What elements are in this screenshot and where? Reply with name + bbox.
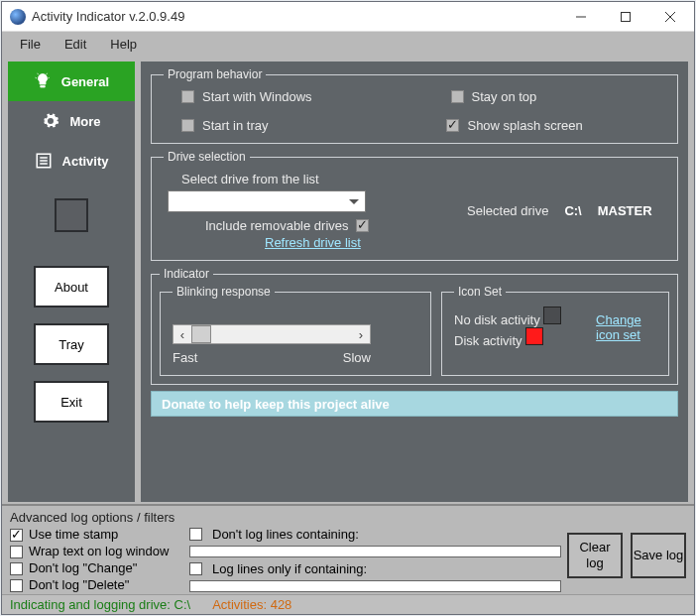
nav-activity[interactable]: Activity — [8, 141, 135, 181]
select-drive-label: Select drive from the list — [164, 172, 319, 186]
only-if-containing-input[interactable] — [189, 580, 561, 592]
lightbulb-icon — [34, 72, 52, 90]
checkbox-checked-icon — [10, 529, 23, 542]
start-with-windows-option[interactable]: Start with Windows — [181, 89, 312, 104]
status-indicating: Indicating and logging drive: C:\ — [10, 597, 190, 612]
slider-fast-label: Fast — [173, 350, 197, 365]
nav-more[interactable]: More — [8, 101, 135, 141]
include-removable-option[interactable]: Include removable drives — [205, 218, 377, 233]
drive-select[interactable] — [168, 190, 366, 212]
blinking-response-group: Blinking response ‹ › Fast Slow — [160, 285, 431, 376]
menu-bar: File Edit Help — [2, 32, 694, 56]
nav-more-label: More — [69, 114, 100, 129]
use-timestamp-option[interactable]: Use time stamp — [10, 527, 183, 542]
sidebar: General More Activity About Tray Exit — [8, 62, 135, 502]
show-splash-option[interactable]: Show splash screen — [446, 118, 582, 133]
icon-set-group: Icon Set No disk activity Disk activity … — [441, 285, 669, 376]
gear-icon — [42, 112, 59, 130]
program-behavior-group: Program behavior Start with Windows Stay… — [151, 67, 678, 144]
save-log-button[interactable]: Save log — [631, 533, 686, 578]
blinking-slider[interactable]: ‹ › — [173, 324, 371, 344]
slider-thumb[interactable] — [191, 325, 211, 343]
window-title: Activity Indicator v.2.0.9.49 — [32, 9, 558, 24]
activity-swatch — [525, 327, 543, 345]
dont-log-delete-option[interactable]: Don't log "Delete" — [10, 577, 183, 592]
checkbox-checked-icon — [356, 219, 369, 232]
checkbox-icon — [181, 90, 194, 103]
only-if-containing-label: Log lines only if containing: — [212, 561, 367, 576]
selected-drive-letter: C:\ — [564, 203, 581, 218]
list-icon — [35, 152, 53, 170]
titlebar: Activity Indicator v.2.0.9.49 — [2, 2, 694, 32]
app-icon — [10, 9, 26, 25]
checkbox-icon — [10, 562, 23, 575]
checkbox-icon[interactable] — [189, 562, 202, 575]
drive-indicator-square — [55, 198, 88, 232]
blinking-response-legend: Blinking response — [173, 285, 275, 299]
checkbox-checked-icon — [446, 119, 459, 132]
stay-on-top-option[interactable]: Stay on top — [451, 89, 537, 104]
minimize-button[interactable] — [558, 3, 603, 31]
tray-button[interactable]: Tray — [34, 323, 109, 365]
change-icon-set-link[interactable]: Change icon set — [596, 312, 656, 342]
menu-file[interactable]: File — [8, 35, 53, 54]
refresh-drive-list-link[interactable]: Refresh drive list — [265, 235, 361, 250]
advanced-title: Advanced log options / filters — [10, 510, 686, 525]
advanced-panel: Advanced log options / filters Use time … — [2, 504, 694, 594]
program-behavior-legend: Program behavior — [164, 67, 266, 81]
start-in-tray-option[interactable]: Start in tray — [181, 118, 268, 133]
dont-log-change-option[interactable]: Don't log "Change" — [10, 560, 183, 575]
checkbox-icon[interactable] — [189, 528, 202, 541]
maximize-button[interactable] — [603, 3, 647, 31]
no-activity-swatch — [543, 307, 561, 324]
indicator-group: Indicator Blinking response ‹ › — [151, 267, 678, 385]
nav-general[interactable]: General — [8, 62, 135, 101]
nav-general-label: General — [61, 74, 109, 89]
main-panel: Program behavior Start with Windows Stay… — [141, 62, 688, 502]
selected-drive-label: Selected drive — [467, 203, 548, 218]
drive-selection-legend: Drive selection — [164, 150, 250, 164]
status-activities: Activities: 428 — [212, 597, 291, 612]
icon-set-legend: Icon Set — [454, 285, 506, 299]
exit-button[interactable]: Exit — [34, 381, 109, 423]
menu-help[interactable]: Help — [98, 35, 149, 54]
disk-activity-label: Disk activity — [454, 333, 522, 348]
donate-banner[interactable]: Donate to help keep this project alive — [151, 391, 678, 417]
slider-slow-label: Slow — [343, 350, 371, 365]
nav-activity-label: Activity — [62, 154, 109, 169]
clear-log-button[interactable]: Clear log — [567, 533, 623, 578]
wrap-text-option[interactable]: Wrap text on log window — [10, 544, 183, 558]
chevron-left-icon[interactable]: ‹ — [174, 327, 191, 342]
checkbox-icon — [181, 119, 194, 132]
checkbox-icon — [451, 90, 464, 103]
checkbox-icon — [10, 579, 23, 592]
svg-rect-0 — [621, 12, 630, 21]
app-window: Activity Indicator v.2.0.9.49 File Edit … — [1, 1, 695, 615]
close-button[interactable] — [647, 3, 692, 31]
status-bar: Indicating and logging drive: C:\ Activi… — [2, 594, 694, 614]
selected-drive-name: MASTER — [598, 203, 652, 218]
menu-edit[interactable]: Edit — [53, 35, 98, 54]
dont-log-containing-input[interactable] — [189, 546, 561, 557]
indicator-legend: Indicator — [160, 267, 213, 281]
no-disk-activity-label: No disk activity — [454, 312, 540, 327]
about-button[interactable]: About — [34, 266, 109, 308]
chevron-right-icon[interactable]: › — [352, 327, 370, 342]
dont-log-containing-label: Don't log lines containing: — [212, 527, 359, 542]
checkbox-icon — [10, 546, 23, 558]
drive-selection-group: Drive selection Select drive from the li… — [151, 150, 678, 261]
